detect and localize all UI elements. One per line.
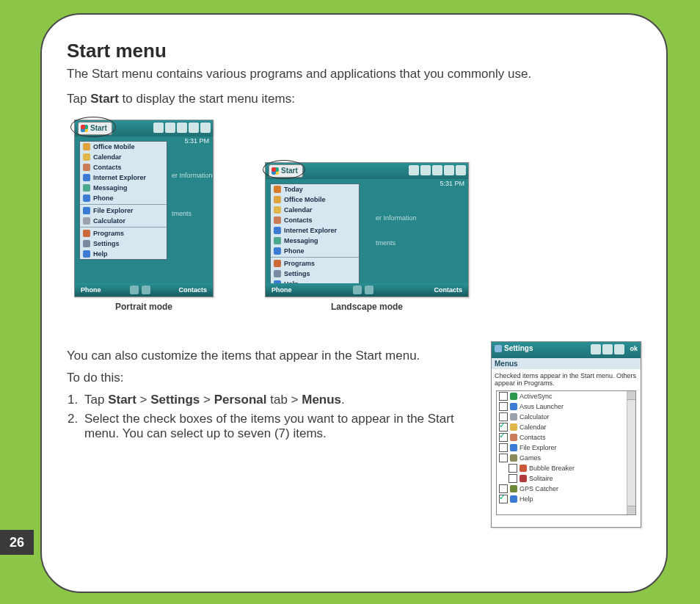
- windows-flag-icon: [271, 167, 279, 175]
- checklist-item[interactable]: ActiveSync: [497, 391, 635, 401]
- start-menu-item[interactable]: Messaging: [271, 236, 359, 246]
- checklist-item[interactable]: Help: [497, 494, 635, 504]
- start-menu-item[interactable]: Internet Explorer: [271, 225, 359, 236]
- menu-item-label: Internet Explorer: [93, 174, 146, 181]
- checklist-label: Bubble Breaker: [529, 465, 575, 472]
- app-icon: [510, 495, 517, 503]
- menu-item-label: Programs: [93, 230, 124, 237]
- softkey-middle-icons: [130, 285, 150, 294]
- start-menu-item[interactable]: Phone: [271, 246, 359, 256]
- start-menu-item[interactable]: Today: [271, 184, 359, 194]
- step1-tab: tab >: [267, 393, 302, 407]
- step-1: Tap Start > Settings > Personal tab > Me…: [81, 393, 476, 407]
- app-icon: [510, 434, 517, 441]
- softkey-right[interactable]: Contacts: [178, 286, 207, 294]
- clock-label: 5:31 PM: [440, 180, 464, 187]
- status-icon: [153, 123, 164, 133]
- start-button[interactable]: Start: [269, 164, 303, 178]
- checkbox[interactable]: [499, 443, 508, 452]
- menu-item-icon: [274, 247, 281, 255]
- menu-item-icon: [83, 250, 90, 258]
- start-menu-panel[interactable]: TodayOffice MobileCalendarContactsIntern…: [270, 183, 360, 290]
- start-button[interactable]: Start: [78, 122, 112, 135]
- checklist-item[interactable]: Solitaire: [497, 473, 635, 484]
- checkbox[interactable]: [499, 484, 508, 493]
- heading-start-menu: Start menu: [67, 40, 641, 62]
- softkey-right[interactable]: Contacts: [434, 286, 462, 294]
- tap-start-instruction: Tap Start to display the start menu item…: [67, 92, 641, 106]
- start-menu-item[interactable]: Contacts: [271, 215, 359, 225]
- start-menu-item[interactable]: Settings: [80, 239, 167, 249]
- checklist-item[interactable]: Calendar: [497, 422, 635, 432]
- customize-intro: You can also customize the items that ap…: [67, 349, 476, 363]
- menu-item-icon: [83, 143, 90, 150]
- start-menu-item[interactable]: Help: [80, 249, 167, 259]
- menu-item-icon: [274, 227, 281, 234]
- customize-text-column: You can also customize the items that ap…: [67, 341, 476, 445]
- settings-menus-screenshot: Settings ok Menus Checked items appear i…: [491, 341, 641, 528]
- landscape-column: Start 5:31 PM er Information tments Toda…: [265, 162, 469, 312]
- checkbox[interactable]: [499, 423, 508, 432]
- page-number-badge: 26: [0, 530, 34, 555]
- softkey-bar: Phone Contacts: [75, 283, 213, 296]
- checkbox[interactable]: [499, 433, 508, 442]
- start-menu-item[interactable]: Calculator: [80, 216, 167, 226]
- start-menu-item[interactable]: Contacts: [80, 162, 167, 172]
- windows-flag-icon: [81, 125, 88, 132]
- checklist-item[interactable]: Bubble Breaker: [497, 463, 635, 473]
- settings-title-text: Settings: [504, 344, 533, 352]
- start-menu-item[interactable]: Calendar: [80, 152, 167, 162]
- menu-item-label: Calendar: [284, 206, 313, 214]
- checklist-item[interactable]: Asus Launcher: [497, 401, 635, 412]
- portrait-screenshot: Start 5:31 PM er Information tments Offi…: [74, 120, 214, 297]
- appointments-partial: tments: [376, 239, 395, 247]
- checklist-label: GPS Catcher: [519, 485, 558, 492]
- steps-list: Tap Start > Settings > Personal tab > Me…: [81, 393, 476, 441]
- start-menu-item[interactable]: Office Mobile: [271, 194, 359, 205]
- checkbox[interactable]: [499, 392, 508, 401]
- softkey-left[interactable]: Phone: [271, 286, 292, 294]
- menu-item-icon: [83, 230, 90, 237]
- landscape-screenshot: Start 5:31 PM er Information tments Toda…: [265, 162, 469, 297]
- start-menu-item[interactable]: Internet Explorer: [80, 172, 167, 183]
- start-menu-item[interactable]: Settings: [271, 269, 359, 279]
- start-menu-panel[interactable]: Office MobileCalendarContactsInternet Ex…: [79, 141, 167, 260]
- to-do-this: To do this:: [67, 371, 476, 385]
- tap-start-bold: Start: [90, 92, 119, 106]
- checkbox[interactable]: [508, 474, 517, 483]
- scrollbar[interactable]: [627, 391, 635, 514]
- checklist-label: Games: [519, 454, 541, 462]
- checklist-item[interactable]: Games: [497, 453, 635, 463]
- checklist-item[interactable]: GPS Catcher: [497, 484, 635, 494]
- start-menu-item[interactable]: Programs: [80, 228, 167, 239]
- start-menu-item[interactable]: Messaging: [80, 183, 167, 193]
- menu-item-label: Contacts: [93, 164, 122, 171]
- menus-checklist[interactable]: ActiveSyncAsus LauncherCalculatorCalenda…: [496, 390, 636, 515]
- start-menu-item[interactable]: Office Mobile: [80, 142, 167, 152]
- settings-topbar: Settings ok: [492, 342, 641, 358]
- checkbox[interactable]: [499, 454, 508, 462]
- start-menu-item[interactable]: File Explorer: [80, 205, 167, 216]
- softkey-left[interactable]: Phone: [81, 286, 101, 294]
- app-icon: [510, 444, 517, 451]
- checklist-item[interactable]: Calculator: [497, 412, 635, 422]
- signal-icon: [177, 123, 187, 133]
- start-menu-item[interactable]: Programs: [271, 258, 359, 269]
- checklist-label: ActiveSync: [519, 393, 553, 400]
- checklist-item[interactable]: Contacts: [497, 432, 635, 443]
- menus-description: Checked items appear in the Start menu. …: [492, 369, 641, 389]
- start-menu-item[interactable]: Calendar: [271, 205, 359, 215]
- checkbox[interactable]: [499, 412, 508, 421]
- ok-button[interactable]: ok: [630, 345, 638, 352]
- start-menu-item[interactable]: Phone: [80, 193, 167, 203]
- menu-item-icon: [274, 237, 281, 244]
- owner-info-partial: er Information: [172, 172, 213, 179]
- menu-item-icon: [83, 184, 90, 192]
- checkbox[interactable]: [499, 495, 508, 503]
- checklist-item[interactable]: File Explorer: [497, 443, 635, 453]
- checkbox[interactable]: [499, 402, 508, 411]
- app-icon: [519, 475, 527, 482]
- app-icon: [510, 423, 517, 431]
- checkbox[interactable]: [508, 464, 517, 473]
- status-icon: [420, 165, 431, 175]
